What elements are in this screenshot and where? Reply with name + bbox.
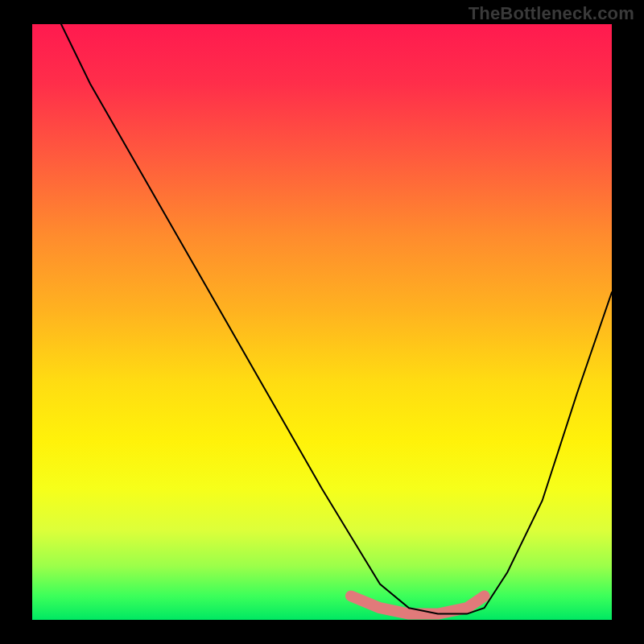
bottleneck-curve-line [61,24,612,614]
watermark-text: TheBottleneck.com [469,3,634,24]
curve-svg [32,24,612,620]
plot-area [32,24,612,620]
optimal-range-highlight [351,596,485,613]
chart-frame: TheBottleneck.com [0,0,644,644]
